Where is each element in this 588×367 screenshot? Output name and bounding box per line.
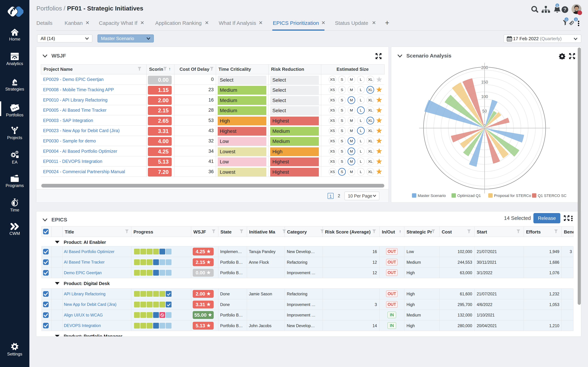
svg-text:150: 150 xyxy=(481,80,488,84)
svg-text:50: 50 xyxy=(482,109,487,113)
svg-text:0: 0 xyxy=(484,123,486,128)
svg-text:200: 200 xyxy=(481,65,488,70)
svg-text:100: 100 xyxy=(481,94,488,99)
